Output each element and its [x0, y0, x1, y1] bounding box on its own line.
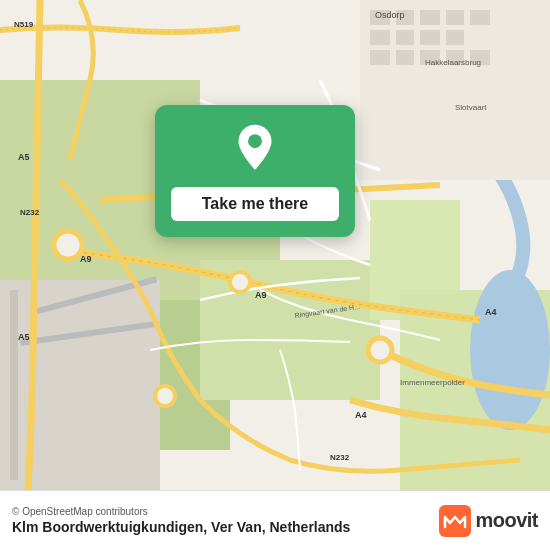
footer: © OpenStreetMap contributors Klm Boordwe… [0, 490, 550, 550]
openstreetmap-credit: © OpenStreetMap contributors [12, 506, 439, 517]
svg-rect-23 [420, 30, 440, 45]
svg-point-49 [155, 386, 175, 406]
svg-text:N232: N232 [20, 208, 40, 217]
svg-rect-21 [370, 30, 390, 45]
svg-text:A4: A4 [485, 307, 497, 317]
svg-rect-19 [446, 10, 464, 25]
take-me-there-button[interactable]: Take me there [171, 187, 339, 221]
svg-text:A5: A5 [18, 332, 30, 342]
svg-rect-26 [396, 50, 414, 65]
moovit-logo: moovit [439, 505, 538, 537]
svg-point-9 [470, 270, 550, 430]
svg-text:A9: A9 [80, 254, 92, 264]
svg-rect-4 [200, 260, 380, 400]
navigation-card: Take me there [155, 105, 355, 237]
svg-point-50 [248, 134, 262, 148]
svg-point-46 [54, 231, 82, 259]
svg-rect-15 [360, 0, 550, 180]
svg-point-47 [230, 272, 250, 292]
moovit-brand-text: moovit [475, 509, 538, 532]
footer-text-area: © OpenStreetMap contributors Klm Boordwe… [12, 506, 439, 535]
location-pin-icon [229, 123, 281, 175]
svg-rect-22 [396, 30, 414, 45]
svg-text:Osdorp: Osdorp [375, 10, 405, 20]
svg-rect-18 [420, 10, 440, 25]
svg-rect-25 [370, 50, 390, 65]
svg-text:Slotvaart: Slotvaart [455, 103, 487, 112]
svg-rect-11 [0, 280, 160, 490]
svg-text:A5: A5 [18, 152, 30, 162]
svg-rect-12 [10, 290, 18, 480]
svg-text:Immenmeerpolder: Immenmeerpolder [400, 378, 465, 387]
svg-text:Hakkelaarsbrug: Hakkelaarsbrug [425, 58, 481, 67]
svg-rect-20 [470, 10, 490, 25]
svg-text:N519: N519 [14, 20, 34, 29]
svg-point-48 [368, 338, 392, 362]
svg-rect-24 [446, 30, 464, 45]
location-name: Klm Boordwerktuigkundigen, Ver Van, Neth… [12, 519, 439, 535]
svg-text:A4: A4 [355, 410, 367, 420]
svg-text:A9: A9 [255, 290, 267, 300]
map-container: N519 N232 S 106 A9 A9 A5 A5 A4 A4 N232 S… [0, 0, 550, 490]
svg-text:N232: N232 [330, 453, 350, 462]
moovit-brand-icon [439, 505, 471, 537]
